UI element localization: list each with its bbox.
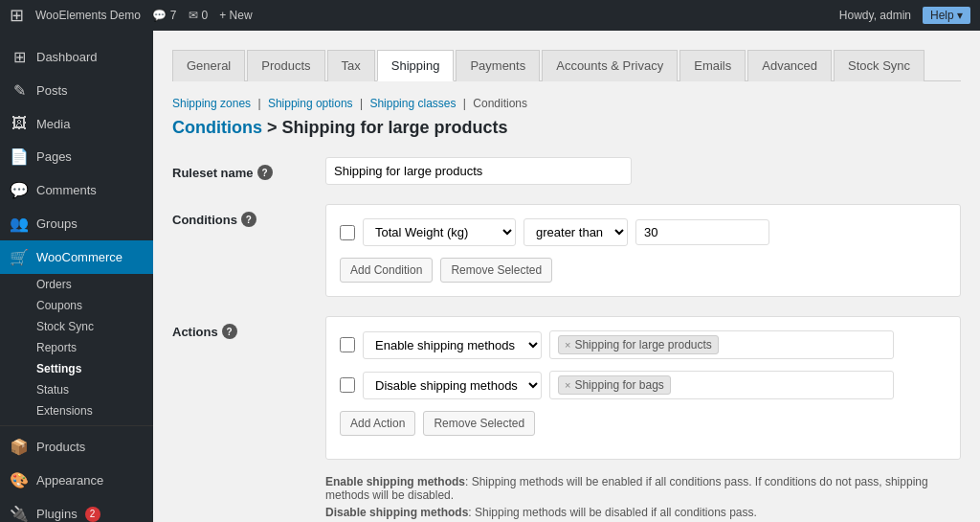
howdy-text: Howdy, admin (839, 9, 911, 22)
pages-icon: 📄 (10, 148, 29, 166)
action-row-1: Enable shipping methods Disable shipping… (340, 330, 947, 359)
sidebar-sub-coupons[interactable]: Coupons (0, 295, 153, 316)
condition-value-input[interactable] (635, 219, 769, 245)
action-buttons-row: Add Action Remove Selected (340, 411, 947, 436)
action-checkbox-2[interactable] (340, 377, 355, 393)
wp-logo-icon: ⊞ (10, 5, 24, 26)
ruleset-label: Ruleset name ? (172, 157, 306, 180)
ruleset-input-col (325, 157, 961, 185)
message-icon: ✉ (189, 9, 198, 22)
action-type-select-1[interactable]: Enable shipping methods Disable shipping… (363, 331, 542, 359)
ruleset-name-input[interactable] (325, 157, 632, 185)
breadcrumb-shipping-zones[interactable]: Shipping zones (172, 97, 251, 110)
tag-remove-icon-2[interactable]: × (565, 379, 570, 391)
conditions-box: Total Weight (kg) Subtotal Item count Sh… (325, 204, 961, 297)
main-content: General Products Tax Shipping Payments A… (153, 31, 980, 522)
tab-accounts-privacy[interactable]: Accounts & Privacy (542, 50, 678, 81)
tab-tax[interactable]: Tax (327, 50, 375, 81)
tab-products[interactable]: Products (247, 50, 324, 81)
sidebar-sub-reports[interactable]: Reports (0, 337, 153, 358)
tab-general[interactable]: General (172, 50, 245, 81)
action-row-2: Disable shipping methods Enable shipping… (340, 371, 947, 399)
ruleset-section: Ruleset name ? (172, 157, 961, 185)
add-condition-button[interactable]: Add Condition (340, 258, 433, 283)
notes: Enable shipping methods: Shipping method… (325, 475, 961, 519)
plugins-badge: 2 (85, 507, 100, 522)
media-icon: 🖼 (10, 115, 29, 132)
actions-content: Enable shipping methods Disable shipping… (325, 316, 961, 522)
condition-type-select[interactable]: Total Weight (kg) Subtotal Item count Sh… (363, 218, 516, 246)
admin-bar: ⊞ WooElements Demo 💬 7 ✉ 0 + New Howdy, … (0, 0, 980, 31)
breadcrumb-current: Conditions (473, 97, 527, 110)
appearance-icon: 🎨 (10, 471, 29, 489)
sidebar-item-pages[interactable]: 📄 Pages (0, 140, 153, 173)
conditions-link[interactable]: Conditions (172, 118, 262, 137)
action-type-select-2[interactable]: Disable shipping methods Enable shipping… (363, 372, 542, 399)
action-checkbox-1[interactable] (340, 337, 355, 352)
condition-buttons-row: Add Condition Remove Selected (340, 258, 947, 283)
posts-icon: ✎ (10, 81, 29, 100)
conditions-section: Conditions ? Total Weight (kg) Subtotal … (172, 204, 961, 297)
sidebar: ⊞ Dashboard ✎ Posts 🖼 Media 📄 Pages 💬 Co… (0, 31, 153, 522)
tab-shipping[interactable]: Shipping (377, 50, 455, 81)
products-icon: 📦 (10, 438, 29, 456)
comments-icon: 💬 (10, 181, 29, 199)
sidebar-item-posts[interactable]: ✎ Posts (0, 74, 153, 107)
comments-link[interactable]: 💬 7 (152, 9, 177, 22)
tab-advanced[interactable]: Advanced (747, 50, 832, 81)
conditions-content: Total Weight (kg) Subtotal Item count Sh… (325, 204, 961, 297)
sidebar-sub-orders[interactable]: Orders (0, 274, 153, 295)
tag-remove-icon[interactable]: × (565, 339, 570, 351)
sidebar-sub-stock-sync[interactable]: Stock Sync (0, 316, 153, 337)
breadcrumb: Shipping zones | Shipping options | Ship… (172, 97, 961, 110)
conditions-help-icon[interactable]: ? (241, 212, 256, 227)
note2-text: : Shipping methods will be disabled if a… (468, 506, 757, 519)
note2-bold: Disable shipping methods (325, 506, 468, 519)
tab-stock-sync[interactable]: Stock Sync (834, 50, 924, 81)
action-tag-input-2[interactable]: × Shipping for bags (549, 371, 894, 399)
conditions-label: Conditions ? (172, 204, 306, 227)
actions-section: Actions ? Enable shipping methods Disabl… (172, 316, 961, 522)
woocommerce-icon: 🛒 (10, 248, 29, 266)
sidebar-item-groups[interactable]: 👥 Groups (0, 207, 153, 240)
comment-icon: 💬 (152, 9, 167, 22)
sidebar-item-plugins[interactable]: 🔌 Plugins 2 (0, 497, 153, 522)
tab-emails[interactable]: Emails (679, 50, 746, 81)
remove-action-button[interactable]: Remove Selected (423, 411, 535, 436)
sidebar-item-media[interactable]: 🖼 Media (0, 107, 153, 140)
sidebar-sub-settings[interactable]: Settings (0, 358, 153, 379)
sidebar-item-dashboard[interactable]: ⊞ Dashboard (0, 40, 153, 74)
admin-bar-right: Howdy, admin Help ▾ (839, 7, 970, 24)
sidebar-sub-extensions[interactable]: Extensions (0, 400, 153, 421)
add-action-button[interactable]: Add Action (340, 411, 415, 436)
sidebar-item-appearance[interactable]: 🎨 Appearance (0, 464, 153, 497)
remove-condition-button[interactable]: Remove Selected (440, 258, 552, 283)
sidebar-divider (0, 425, 153, 426)
sidebar-item-products[interactable]: 📦 Products (0, 430, 153, 464)
actions-help-icon[interactable]: ? (222, 324, 237, 339)
page-title: Conditions > Shipping for large products (172, 118, 961, 138)
sidebar-item-comments[interactable]: 💬 Comments (0, 173, 153, 207)
new-item-button[interactable]: + New (219, 9, 252, 22)
condition-checkbox[interactable] (340, 225, 355, 240)
help-button[interactable]: Help ▾ (923, 7, 970, 24)
plugins-icon: 🔌 (10, 505, 29, 522)
sidebar-sub-status[interactable]: Status (0, 379, 153, 400)
ruleset-help-icon[interactable]: ? (257, 165, 273, 180)
groups-icon: 👥 (10, 215, 29, 233)
messages-link[interactable]: ✉ 0 (189, 9, 209, 22)
condition-row: Total Weight (kg) Subtotal Item count Sh… (340, 218, 947, 246)
action-tag-chip-1: × Shipping for large products (558, 335, 719, 354)
condition-operator-select[interactable]: greater than less than equals not equals (523, 218, 628, 246)
action-tag-chip-2: × Shipping for bags (558, 375, 671, 395)
tab-payments[interactable]: Payments (456, 50, 540, 81)
layout: ⊞ Dashboard ✎ Posts 🖼 Media 📄 Pages 💬 Co… (0, 31, 980, 522)
action-tag-input-1[interactable]: × Shipping for large products (549, 330, 894, 359)
breadcrumb-shipping-options[interactable]: Shipping options (268, 97, 353, 110)
note1-bold: Enable shipping methods (325, 475, 465, 488)
tabs-nav: General Products Tax Shipping Payments A… (172, 50, 961, 81)
site-name[interactable]: WooElements Demo (35, 9, 141, 22)
dashboard-icon: ⊞ (10, 48, 29, 66)
sidebar-item-woocommerce[interactable]: 🛒 WooCommerce (0, 240, 153, 274)
breadcrumb-shipping-classes[interactable]: Shipping classes (369, 97, 456, 110)
